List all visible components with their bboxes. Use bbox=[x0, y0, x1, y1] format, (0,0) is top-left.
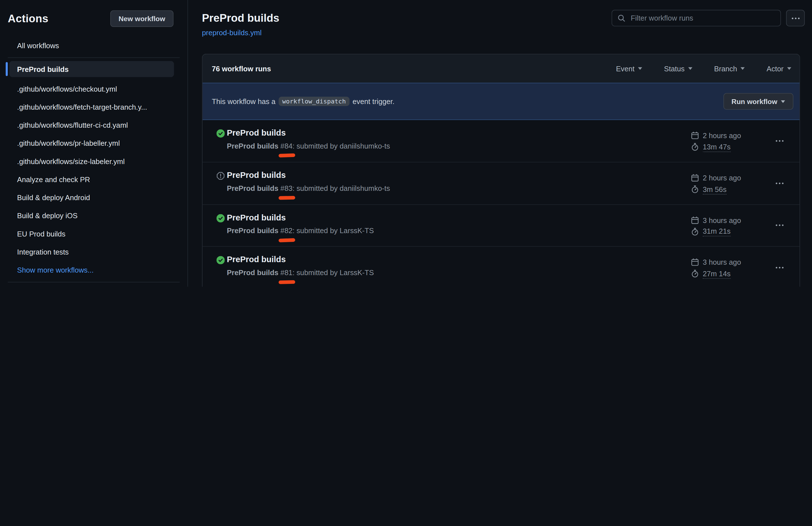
run-meta: 3 hours ago 31m 21s bbox=[691, 205, 773, 246]
workflow-run-row: PreProd builds PreProd builds #83: submi… bbox=[203, 162, 800, 204]
sidebar-title: Actions bbox=[8, 12, 48, 25]
chevron-down-icon bbox=[787, 67, 792, 70]
workflow-file-link[interactable]: preprod-builds.yml bbox=[202, 29, 262, 36]
github-actions-page: Actions New workflow All workflows PrePr… bbox=[0, 0, 812, 287]
sidebar-item-eu-prod-builds[interactable]: EU Prod builds bbox=[0, 224, 187, 242]
main-content: PreProd builds preprod-builds.yml 76 wor… bbox=[188, 0, 812, 287]
run-duration: 3m 56s bbox=[703, 185, 726, 195]
sidebar-item-label: .github/workflows/pr-labeller.yml bbox=[17, 139, 120, 147]
search-icon bbox=[617, 14, 625, 22]
run-kebab-button[interactable] bbox=[773, 180, 787, 187]
sidebar-item-label: .github/workflows/size-labeler.yml bbox=[17, 157, 125, 165]
filter-menu-status[interactable]: Status bbox=[664, 64, 692, 73]
sidebar-item-github-workflows-size-labeler-yml[interactable]: .github/workflows/size-labeler.yml bbox=[0, 152, 187, 170]
run-number: #81: bbox=[280, 268, 294, 278]
run-actions bbox=[773, 205, 800, 246]
dispatch-banner-text: This workflow has a workflow_dispatch ev… bbox=[212, 97, 394, 106]
sidebar-item-build-deploy-android[interactable]: Build & deploy Android bbox=[0, 188, 187, 206]
run-subtitle: PreProd builds #84: submitted by daniils… bbox=[227, 141, 691, 151]
run-workflow-button[interactable]: Run workflow bbox=[723, 93, 793, 110]
sidebar-item-build-deploy-ios[interactable]: Build & deploy iOS bbox=[0, 206, 187, 224]
run-time: 2 hours ago bbox=[703, 174, 741, 182]
run-actions bbox=[773, 247, 800, 287]
workflow-runs-count: 76 workflow runs bbox=[212, 64, 271, 73]
filter-menu-branch[interactable]: Branch bbox=[714, 64, 745, 73]
run-time: 2 hours ago bbox=[703, 131, 741, 139]
filter-menu-actor[interactable]: Actor bbox=[767, 64, 792, 73]
sidebar-item-all-workflows[interactable]: All workflows bbox=[0, 36, 187, 54]
calendar-icon bbox=[691, 216, 699, 224]
run-title-link[interactable]: PreProd builds bbox=[227, 254, 691, 265]
stopwatch-icon bbox=[691, 227, 699, 236]
run-kebab-button[interactable] bbox=[773, 264, 787, 271]
sidebar-item-preprod-builds[interactable]: PreProd builds bbox=[9, 61, 174, 77]
run-title-link[interactable]: PreProd builds bbox=[227, 212, 691, 223]
sidebar-item-analyze-and-check-pr[interactable]: Analyze and check PR bbox=[0, 170, 187, 188]
filter-menu-label: Status bbox=[664, 64, 685, 73]
run-kebab-button[interactable] bbox=[773, 137, 787, 145]
calendar-icon bbox=[691, 131, 699, 139]
page-kebab-menu-button[interactable] bbox=[786, 10, 804, 27]
run-time: 3 hours ago bbox=[703, 258, 741, 266]
show-more-workflows-link[interactable]: Show more workflows... bbox=[0, 261, 187, 279]
run-subtitle: PreProd builds #81: submitted by LarssK-… bbox=[227, 268, 691, 278]
run-number: #82: bbox=[280, 226, 294, 236]
workflow-run-row: PreProd builds PreProd builds #82: submi… bbox=[203, 204, 800, 246]
workflow-list: PreProd builds.github/workflows/checkout… bbox=[0, 61, 187, 261]
run-time: 3 hours ago bbox=[703, 216, 741, 224]
run-subtitle: PreProd builds #82: submitted by LarssK-… bbox=[227, 226, 691, 236]
sidebar-item-integration-tests[interactable]: Integration tests bbox=[0, 243, 187, 261]
chevron-down-icon bbox=[741, 67, 745, 70]
runs-filter-menus: Event Status Branch Actor bbox=[616, 64, 791, 73]
run-number: #84: bbox=[280, 141, 294, 151]
run-summary: PreProd builds PreProd builds #84: submi… bbox=[227, 120, 691, 162]
page-title: PreProd builds bbox=[202, 12, 279, 24]
run-duration: 13m 47s bbox=[703, 142, 731, 152]
workflow-run-row: PreProd builds PreProd builds #81: submi… bbox=[203, 246, 800, 287]
sidebar-divider bbox=[8, 282, 180, 283]
workflow-run-list: PreProd builds PreProd builds #84: submi… bbox=[203, 120, 800, 287]
success-icon bbox=[216, 130, 224, 138]
calendar-icon bbox=[691, 258, 699, 266]
workflow-dispatch-code: workflow_dispatch bbox=[278, 97, 349, 106]
workflow-nav: All workflows PreProd builds.github/work… bbox=[0, 27, 187, 287]
success-icon bbox=[216, 214, 224, 222]
chevron-down-icon bbox=[781, 100, 785, 103]
new-workflow-button[interactable]: New workflow bbox=[110, 11, 174, 27]
sidebar-header: Actions New workflow bbox=[0, 0, 187, 27]
sidebar-item-label: Analyze and check PR bbox=[17, 175, 90, 183]
run-summary: PreProd builds PreProd builds #83: submi… bbox=[227, 163, 691, 205]
run-summary: PreProd builds PreProd builds #81: submi… bbox=[227, 247, 691, 287]
run-actions bbox=[773, 163, 800, 205]
run-meta: 3 hours ago 27m 14s bbox=[691, 247, 773, 287]
sidebar-item-github-workflows-checkout-yml[interactable]: .github/workflows/checkout.yml bbox=[0, 80, 187, 98]
run-duration: 31m 21s bbox=[703, 227, 731, 237]
sidebar-item-label: Build & deploy iOS bbox=[17, 211, 77, 220]
filter-menu-label: Branch bbox=[714, 64, 737, 73]
stopwatch-icon bbox=[691, 270, 699, 277]
success-icon bbox=[216, 256, 224, 265]
run-kebab-button[interactable] bbox=[773, 222, 787, 229]
run-duration: 27m 14s bbox=[703, 269, 731, 279]
filter-workflow-runs-input[interactable] bbox=[630, 14, 775, 23]
sidebar-item-github-workflows-fetch-target-branch-y[interactable]: .github/workflows/fetch-target-branch.y.… bbox=[0, 98, 187, 116]
sidebar-item-github-workflows-pr-labeller-yml[interactable]: .github/workflows/pr-labeller.yml bbox=[0, 134, 187, 152]
run-actions bbox=[773, 120, 800, 162]
management-section-label: Management bbox=[0, 286, 187, 287]
run-title-link[interactable]: PreProd builds bbox=[227, 170, 691, 181]
sidebar-divider bbox=[8, 58, 180, 58]
sidebar-item-label: .github/workflows/checkout.yml bbox=[17, 85, 117, 93]
workflow-dispatch-banner: This workflow has a workflow_dispatch ev… bbox=[203, 83, 800, 120]
sidebar-item-label: .github/workflows/fetch-target-branch.y.… bbox=[17, 103, 147, 111]
filter-menu-label: Event bbox=[616, 64, 635, 73]
run-summary: PreProd builds PreProd builds #82: submi… bbox=[227, 205, 691, 246]
actions-sidebar: Actions New workflow All workflows PrePr… bbox=[0, 0, 188, 287]
run-title-link[interactable]: PreProd builds bbox=[227, 127, 691, 138]
workflow-runs-panel: 76 workflow runs Event Status Branch Act… bbox=[202, 54, 800, 287]
chevron-down-icon bbox=[688, 67, 692, 70]
filter-menu-label: Actor bbox=[767, 64, 783, 73]
workflow-run-row: PreProd builds PreProd builds #84: submi… bbox=[203, 120, 800, 162]
sidebar-item-github-workflows-flutter-ci-cd-yaml[interactable]: .github/workflows/flutter-ci-cd.yaml bbox=[0, 116, 187, 134]
run-number: #83: bbox=[280, 183, 294, 194]
filter-menu-event[interactable]: Event bbox=[616, 64, 642, 73]
